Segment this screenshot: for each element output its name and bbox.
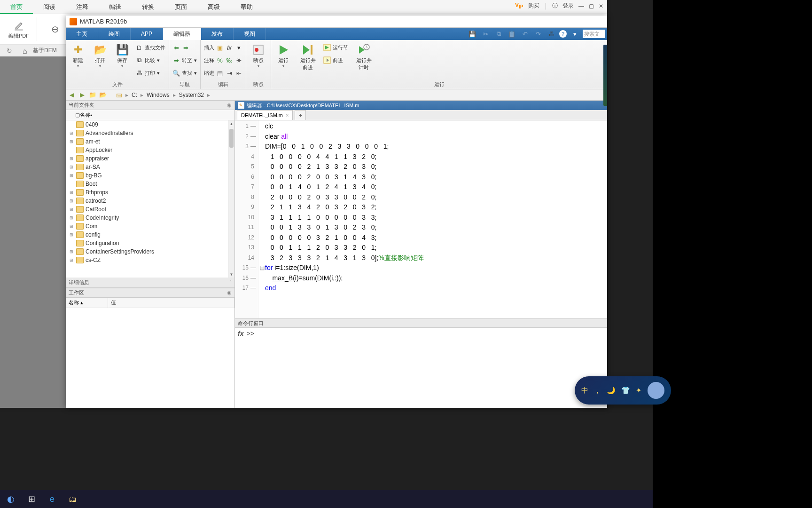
find-files-button[interactable]: 🗋查找文件 [134, 42, 167, 53]
code-editor[interactable]: 1—2—3—4 5 6 7 8 9 10 11 12 13 14 15—16—1… [235, 120, 607, 318]
tab-view[interactable]: 视图 [234, 28, 266, 40]
ime-punct[interactable]: ， [594, 386, 601, 395]
scroll-up-icon[interactable]: ▲ [228, 120, 234, 127]
folder-item[interactable]: ⊞bg-BG [66, 171, 234, 180]
run-time-button[interactable]: 运行并 计时 [351, 41, 376, 71]
tab-home[interactable]: 主页 [66, 28, 98, 40]
explorer-icon[interactable]: 🗂 [64, 492, 82, 507]
insert-button[interactable]: 插入 ▣ fx ▾ [203, 42, 244, 53]
folder-tree[interactable]: 0409⊞AdvancedInstallers⊞am-etAppLocker⊞a… [66, 120, 234, 278]
cut-icon[interactable]: ✂ [480, 29, 491, 39]
ime-avatar[interactable] [648, 382, 664, 399]
pdf-tab-convert[interactable]: 转换 [132, 0, 164, 14]
copy-icon[interactable]: ⧉ [493, 29, 504, 39]
workspace-body[interactable] [66, 308, 234, 408]
tab-editor[interactable]: 编辑器 [163, 28, 201, 40]
folder-item[interactable]: ⊞am-et [66, 137, 234, 146]
code-body[interactable]: clcclear allDIM=[0 0 1 0 0 2 3 3 0 0 0 1… [258, 120, 607, 318]
pdf-tab-advanced[interactable]: 高级 [197, 0, 230, 14]
pdf-doc-tab[interactable]: 基于DEM [33, 47, 57, 55]
pdf-login-link[interactable]: 登录 [562, 2, 574, 10]
pdf-tab-home[interactable]: 首页 [0, 0, 33, 14]
panel-menu-icon[interactable]: ◉ [227, 290, 232, 296]
panel-menu-icon[interactable]: ◉ [227, 102, 232, 108]
ime-lang[interactable]: 中 [581, 386, 588, 395]
browse-icon[interactable]: 📂 [99, 91, 107, 99]
advance-button[interactable]: 前进 [322, 55, 350, 66]
undo-icon[interactable]: ↶ [520, 29, 530, 39]
nav-back-button[interactable]: ⬅➡ [171, 42, 198, 53]
shirt-icon[interactable]: 👕 [621, 386, 630, 395]
save-button[interactable]: 💾 保存▾ [112, 41, 133, 68]
close-tab-icon[interactable]: × [286, 112, 289, 118]
run-button[interactable]: 运行▾ [273, 41, 294, 68]
save-icon[interactable]: 💾 [467, 29, 477, 39]
compare-button[interactable]: ⧉比较 ▾ [134, 55, 167, 66]
folder-scrollbar[interactable]: ▲ ▼ [228, 120, 234, 278]
print-button[interactable]: 🖶打印 ▾ [134, 67, 167, 79]
start-button[interactable]: ◐ [2, 492, 20, 507]
maximize-icon[interactable]: ▢ [589, 3, 594, 9]
tab-plots[interactable]: 绘图 [98, 28, 131, 40]
ime-floating-bar[interactable]: 中 ， 🌙 👕 ✦ [575, 376, 671, 405]
folder-item[interactable]: ⊞config [66, 230, 234, 239]
help-icon[interactable]: ? [559, 30, 567, 38]
scroll-down-icon[interactable]: ▼ [228, 271, 234, 278]
redo-icon[interactable]: ↷ [533, 29, 543, 39]
folder-item[interactable]: AppLocker [66, 146, 234, 154]
folder-item[interactable]: ⊞AdvancedInstallers [66, 129, 234, 137]
pdf-tab-annotate[interactable]: 注释 [66, 0, 99, 14]
search-input[interactable]: 搜索文 [583, 30, 605, 38]
run-advance-button[interactable]: 运行并 前进 [295, 41, 320, 71]
pdf-tab-page[interactable]: 页面 [164, 0, 197, 14]
paste-icon[interactable]: 📋 [507, 29, 517, 39]
breakpoints-button[interactable]: 断点▾ [248, 41, 269, 68]
goto-button[interactable]: ➡转至 ▾ [171, 55, 198, 66]
folder-item[interactable]: ⊞ar-SA [66, 163, 234, 171]
editor-tab-file[interactable]: DEMATEL_ISM.m × [237, 110, 293, 120]
print-icon[interactable]: 🖶 [546, 29, 556, 39]
folder-item[interactable]: ⊞cs-CZ [66, 256, 234, 264]
tab-publish[interactable]: 发布 [201, 28, 234, 40]
back-icon[interactable]: ◀ [68, 91, 76, 99]
home-icon[interactable]: ⌂ [23, 47, 27, 56]
pdf-buy-link[interactable]: 购买 [528, 2, 539, 10]
task-view-icon[interactable]: ⊞ [23, 492, 40, 507]
tab-apps[interactable]: APP [131, 28, 163, 40]
folder-item[interactable]: ⊞CatRoot [66, 205, 234, 214]
edge-icon[interactable]: e [43, 492, 61, 507]
pdf-zoom-out[interactable]: ⊖ [41, 23, 69, 36]
sparkle-icon[interactable]: ✦ [636, 386, 642, 395]
up-folder-icon[interactable]: 📁 [88, 91, 97, 99]
folder-item[interactable]: ⊞Bthprops [66, 188, 234, 197]
folder-item[interactable]: 0409 [66, 120, 234, 129]
breadcrumb-windows[interactable]: Windows [146, 92, 171, 98]
pdf-edit-button[interactable]: 编辑PDF [5, 19, 33, 40]
new-button[interactable]: ✚ 新建▾ [68, 41, 88, 68]
moon-icon[interactable]: 🌙 [607, 386, 616, 395]
pdf-tab-help[interactable]: 帮助 [230, 0, 263, 14]
scroll-thumb[interactable] [229, 129, 234, 148]
matlab-right-dock-indicator[interactable] [603, 45, 607, 106]
new-tab-button[interactable]: + [295, 110, 306, 120]
open-button[interactable]: 📂 打开▾ [90, 41, 110, 68]
ws-col-value[interactable]: 值 [108, 298, 234, 308]
breadcrumb-system32[interactable]: System32 [178, 92, 205, 98]
folder-column-header[interactable]: ▢ 名称 ▴ [66, 110, 234, 120]
refresh-icon[interactable]: ↻ [7, 47, 12, 55]
folder-item[interactable]: ⊞Com [66, 222, 234, 230]
folder-item[interactable]: ⊞appraiser [66, 154, 234, 163]
folder-item[interactable]: Configuration [66, 239, 234, 247]
folder-item[interactable]: ⊞ContainerSettingsProviders [66, 247, 234, 256]
command-window[interactable]: fx >> [235, 328, 607, 408]
folder-item[interactable]: ⊞CodeIntegrity [66, 214, 234, 222]
pdf-tab-edit[interactable]: 编辑 [99, 0, 132, 14]
minimize-icon[interactable]: — [578, 3, 584, 9]
find-button[interactable]: 🔍查找 ▾ [171, 67, 198, 79]
folder-item[interactable]: Boot [66, 180, 234, 188]
comment-button[interactable]: 注释 % ‰ ⚹ [203, 55, 244, 66]
folder-item[interactable]: ⊞catroot2 [66, 197, 234, 205]
close-icon[interactable]: ✕ [599, 3, 603, 9]
forward-icon[interactable]: ▶ [78, 91, 86, 99]
dropdown-icon[interactable]: ▾ [570, 29, 580, 39]
